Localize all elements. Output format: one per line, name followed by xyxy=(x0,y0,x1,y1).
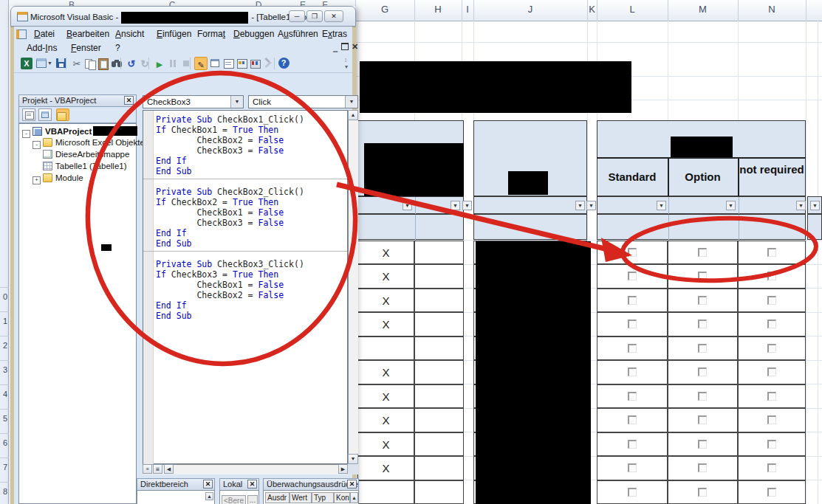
scroll-up-button[interactable]: ▲ xyxy=(205,492,213,500)
excel-column-header[interactable]: K xyxy=(589,4,595,15)
project-panel-close-button[interactable]: ✕ xyxy=(124,96,134,105)
checkbox-unchecked[interactable] xyxy=(698,296,707,305)
checkbox-unchecked[interactable] xyxy=(628,248,637,257)
run-icon[interactable]: ▶ xyxy=(153,57,166,70)
properties-window-icon[interactable] xyxy=(222,57,236,70)
tree-expander[interactable]: + xyxy=(32,176,41,184)
locals-ellipsis-button[interactable]: ... xyxy=(247,495,258,504)
table-cell-h[interactable] xyxy=(414,432,464,457)
checkbox-unchecked[interactable] xyxy=(628,344,637,353)
tree-item-diesearbeitsmappe[interactable]: DieseArbeitsmappe xyxy=(43,150,129,161)
menu-item-datei[interactable]: Datei xyxy=(32,28,57,41)
checkbox-unchecked[interactable] xyxy=(628,367,637,376)
table-cell-h[interactable] xyxy=(414,264,464,289)
table-cell-g[interactable] xyxy=(357,336,414,361)
table-cell-h[interactable] xyxy=(414,312,464,336)
locals-window-close-button[interactable]: ✕ xyxy=(247,480,257,489)
checkbox-unchecked[interactable] xyxy=(628,320,637,328)
design-mode-icon[interactable]: ✎ xyxy=(194,57,208,70)
checkbox-unchecked[interactable] xyxy=(698,392,707,401)
menu-item-format[interactable]: Format xyxy=(195,28,227,41)
object-dropdown[interactable]: CheckBox3▼ xyxy=(143,95,244,108)
excel-column-header[interactable]: N xyxy=(768,4,775,15)
checkbox-unchecked[interactable] xyxy=(698,415,707,424)
close-button[interactable]: ✕ xyxy=(324,10,343,22)
watch-window-header[interactable]: Überwachungsausdrücke xyxy=(263,478,359,491)
table-cell-g[interactable]: X xyxy=(357,384,414,409)
find-icon[interactable] xyxy=(110,57,123,70)
code-editor[interactable]: Private Sub CheckBox1_Click()If CheckBox… xyxy=(143,110,348,464)
checkbox-unchecked[interactable] xyxy=(628,415,637,424)
undo-icon[interactable]: ↺ xyxy=(125,57,138,70)
help-icon[interactable]: ? xyxy=(277,57,290,70)
tree-expander[interactable]: - xyxy=(32,141,41,149)
table-cell-h[interactable] xyxy=(414,336,464,361)
vertical-scrollbar[interactable] xyxy=(348,110,358,464)
checkbox-unchecked[interactable] xyxy=(767,320,776,328)
reset-icon[interactable] xyxy=(179,57,193,70)
view-excel-icon[interactable]: X xyxy=(20,57,33,70)
view-procedure-button[interactable]: ≡ xyxy=(143,464,152,474)
checkbox-unchecked[interactable] xyxy=(698,367,707,376)
checkbox-unchecked[interactable] xyxy=(767,415,776,424)
table-cell-h[interactable] xyxy=(414,289,464,313)
checkbox-unchecked[interactable] xyxy=(767,344,776,353)
break-icon[interactable] xyxy=(166,57,179,70)
table-cell-h[interactable] xyxy=(414,241,464,265)
checkbox-unchecked[interactable] xyxy=(698,320,707,328)
menu-item-einfgen[interactable]: Einfügen xyxy=(154,28,193,41)
toolbar-overflow-chevron[interactable]: ⁞▾ xyxy=(345,57,348,70)
checkbox-unchecked[interactable] xyxy=(767,488,776,497)
table-cell-h[interactable] xyxy=(414,408,464,432)
procedure-dropdown[interactable]: Click▼ xyxy=(248,95,358,108)
excel-column-header[interactable]: I xyxy=(466,4,469,15)
object-browser-icon[interactable] xyxy=(236,57,249,70)
checkbox-unchecked[interactable] xyxy=(628,440,637,449)
checkbox-unchecked[interactable] xyxy=(767,248,776,257)
vba-title-bar[interactable]: Microsoft Visual Basic -- [Tabelle1 (Cod… xyxy=(10,6,356,27)
checkbox-unchecked[interactable] xyxy=(698,463,707,472)
table-cell-g[interactable]: X xyxy=(357,312,414,336)
checkbox-unchecked[interactable] xyxy=(628,392,637,401)
menu-item-bearbeiten[interactable]: Bearbeiten xyxy=(64,28,112,41)
checkbox-unchecked[interactable] xyxy=(767,392,776,401)
checkbox-unchecked[interactable] xyxy=(767,440,776,449)
save-icon[interactable] xyxy=(55,57,69,70)
checkbox-unchecked[interactable] xyxy=(698,272,707,280)
cut-icon[interactable]: ✂ xyxy=(70,57,83,70)
minimize-button[interactable]: ─ xyxy=(289,10,305,22)
autofilter-dropdown-button[interactable]: ▼ xyxy=(462,201,472,210)
excel-column-header[interactable]: G xyxy=(381,4,388,15)
excel-column-header[interactable]: M xyxy=(699,4,707,15)
tree-expander[interactable]: - xyxy=(22,130,30,138)
table-cell-g[interactable]: X xyxy=(357,264,414,289)
checkbox-unchecked[interactable] xyxy=(628,272,637,280)
project-explorer-icon[interactable] xyxy=(209,57,222,70)
autofilter-dropdown-button[interactable]: ▼ xyxy=(796,201,806,210)
autofilter-dropdown-button[interactable]: ▼ xyxy=(451,201,460,210)
copy-icon[interactable] xyxy=(83,57,97,70)
scroll-right-button[interactable]: ▶ xyxy=(338,464,348,474)
menu-item-extras[interactable]: Extras xyxy=(320,28,349,41)
table-cell-g[interactable]: X xyxy=(357,360,414,384)
checkbox-unchecked[interactable] xyxy=(698,248,707,257)
locals-context-button[interactable]: <Bere xyxy=(222,495,246,504)
checkbox-unchecked[interactable] xyxy=(767,296,776,305)
table-cell-g[interactable]: X xyxy=(357,456,414,480)
autofilter-dropdown-button[interactable]: ▼ xyxy=(586,201,596,210)
table-cell-h[interactable] xyxy=(414,360,464,384)
panel-overflow-chevron[interactable]: ⁞▾ xyxy=(127,109,131,115)
watch-window-body[interactable]: AusdrWertTypKonte▲ xyxy=(263,490,359,504)
mdi-close-button[interactable]: ✕ xyxy=(352,42,358,52)
tree-item-module[interactable]: +Module xyxy=(32,173,83,184)
menu-item-addins[interactable]: Add-Ins xyxy=(24,42,59,55)
checkbox-unchecked[interactable] xyxy=(628,463,637,472)
menu-item-ansicht[interactable]: Ansicht xyxy=(113,28,146,41)
menu-item-fenster[interactable]: Fenster xyxy=(69,42,103,55)
scroll-down-button[interactable]: ▼ xyxy=(348,454,358,464)
view-object-icon[interactable] xyxy=(38,108,52,121)
table-cell-g[interactable] xyxy=(357,480,414,504)
checkbox-unchecked[interactable] xyxy=(628,488,637,497)
table-cell-h[interactable] xyxy=(414,480,464,504)
autofilter-dropdown-button[interactable]: ▼ xyxy=(657,201,666,210)
